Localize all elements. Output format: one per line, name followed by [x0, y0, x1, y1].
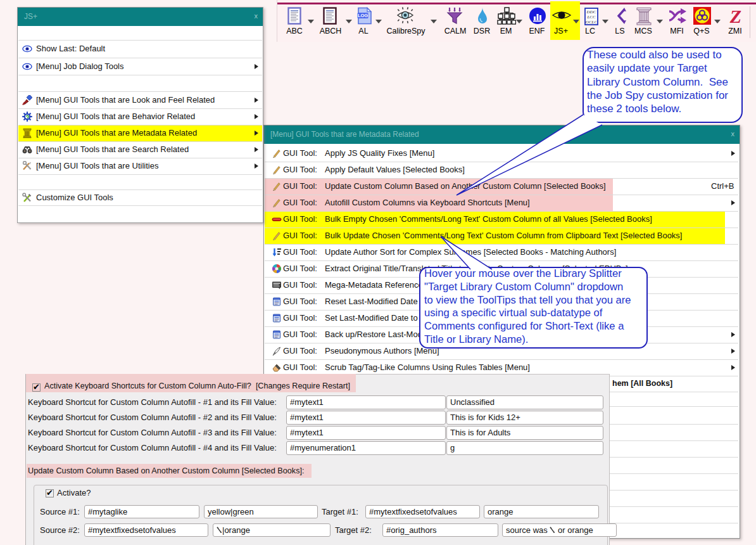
svg-text:LOG: LOG — [358, 13, 368, 18]
svg-text:Z: Z — [729, 7, 741, 26]
svg-text:LCC: LCC — [586, 15, 596, 20]
svg-text:OCLC: OCLC — [586, 20, 598, 25]
svg-text:DDC: DDC — [586, 10, 596, 15]
